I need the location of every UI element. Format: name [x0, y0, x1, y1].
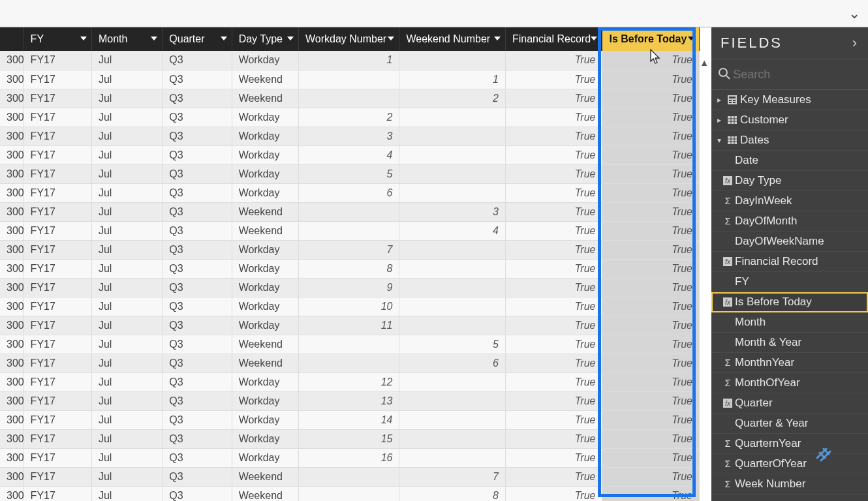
filter-icon[interactable]: [285, 34, 296, 44]
cell-fin[interactable]: True: [505, 202, 602, 221]
table-row[interactable]: 300FY17JulQ3Workday12TrueTrue: [0, 372, 700, 391]
cell-fin[interactable]: True: [505, 297, 602, 316]
cell-fin[interactable]: True: [505, 164, 602, 183]
cell-fy[interactable]: FY17: [23, 164, 91, 183]
column-header-quarter[interactable]: Quarter: [163, 27, 232, 51]
cell-fin[interactable]: True: [505, 145, 602, 164]
cell-before[interactable]: True: [602, 354, 700, 372]
filter-icon[interactable]: [686, 34, 696, 44]
cell-fy[interactable]: FY17: [23, 259, 91, 278]
table-row[interactable]: 300FY17JulQ3Weekend2TrueTrue: [0, 89, 700, 108]
cell-fy[interactable]: FY17: [23, 391, 91, 410]
cell-quarter[interactable]: Q3: [163, 278, 232, 297]
cell-before[interactable]: True: [602, 183, 700, 202]
cell-trunc[interactable]: 300: [0, 240, 23, 259]
field-quarter[interactable]: fxQuarter: [711, 393, 868, 414]
cell-trunc[interactable]: 300: [0, 108, 23, 127]
cell-daytype[interactable]: Workday: [232, 127, 298, 145]
cell-trunc[interactable]: 300: [0, 467, 23, 486]
cell-workday[interactable]: 16: [298, 448, 399, 467]
table-row[interactable]: 300FY17JulQ3Weekend4TrueTrue: [0, 221, 700, 240]
cell-month[interactable]: Jul: [91, 486, 162, 501]
cell-before[interactable]: True: [602, 164, 700, 183]
table-node-dates[interactable]: ▾Dates: [711, 130, 868, 151]
cell-daytype[interactable]: Weekend: [232, 70, 298, 89]
cell-trunc[interactable]: 300: [0, 391, 23, 410]
cell-workday[interactable]: 3: [298, 127, 399, 145]
cell-weekend[interactable]: [399, 164, 506, 183]
cell-month[interactable]: Jul: [91, 278, 162, 297]
cell-quarter[interactable]: Q3: [163, 89, 232, 108]
expand-icon[interactable]: ▾: [714, 136, 724, 145]
field-date[interactable]: Date: [711, 151, 868, 171]
cell-fy[interactable]: FY17: [23, 297, 91, 316]
cell-month[interactable]: Jul: [91, 316, 162, 335]
column-header-daytype[interactable]: Day Type: [232, 27, 298, 51]
cell-fin[interactable]: True: [505, 240, 602, 259]
cell-quarter[interactable]: Q3: [163, 372, 232, 391]
cell-trunc[interactable]: 300: [0, 183, 23, 202]
cell-trunc[interactable]: 300: [0, 164, 23, 183]
cell-quarter[interactable]: Q3: [163, 164, 232, 183]
cell-daytype[interactable]: Weekend: [232, 221, 298, 240]
cell-daytype[interactable]: Weekend: [232, 486, 298, 501]
cell-weekend[interactable]: [399, 259, 506, 278]
table-row[interactable]: 300FY17JulQ3Workday4TrueTrue: [0, 145, 700, 164]
cell-before[interactable]: True: [602, 240, 700, 259]
cell-fin[interactable]: True: [505, 467, 602, 486]
cell-quarter[interactable]: Q3: [163, 354, 232, 372]
cell-trunc[interactable]: 300: [0, 335, 23, 354]
cell-fy[interactable]: FY17: [23, 467, 91, 486]
expand-icon[interactable]: ▸: [714, 115, 724, 125]
cell-fy[interactable]: FY17: [23, 278, 91, 297]
cell-quarter[interactable]: Q3: [163, 467, 232, 486]
cell-quarter[interactable]: Q3: [163, 240, 232, 259]
filter-icon[interactable]: [492, 34, 503, 44]
cell-workday[interactable]: [298, 70, 399, 89]
column-header-fin[interactable]: Financial Record: [505, 27, 602, 51]
cell-fin[interactable]: True: [505, 410, 602, 429]
cell-quarter[interactable]: Q3: [163, 202, 232, 221]
cell-quarter[interactable]: Q3: [163, 448, 232, 467]
cell-weekend[interactable]: [399, 183, 506, 202]
cell-weekend[interactable]: [399, 410, 506, 429]
cell-daytype[interactable]: Workday: [232, 183, 298, 202]
cell-month[interactable]: Jul: [91, 221, 162, 240]
cell-daytype[interactable]: Weekend: [232, 467, 298, 486]
cell-before[interactable]: True: [602, 372, 700, 391]
scroll-up-icon[interactable]: ▲: [700, 57, 709, 68]
cell-trunc[interactable]: 300: [0, 51, 23, 70]
cell-fy[interactable]: FY17: [23, 221, 91, 240]
cell-quarter[interactable]: Q3: [163, 127, 232, 145]
cell-daytype[interactable]: Workday: [232, 240, 298, 259]
cell-fin[interactable]: True: [505, 127, 602, 145]
table-node-key-measures[interactable]: ▸Key Measures: [711, 90, 868, 110]
search-input[interactable]: [733, 68, 861, 82]
filter-icon[interactable]: [589, 34, 599, 44]
cell-before[interactable]: True: [602, 51, 700, 70]
cell-before[interactable]: True: [602, 202, 700, 221]
cell-quarter[interactable]: Q3: [163, 259, 232, 278]
field-week-number[interactable]: ΣWeek Number: [711, 474, 868, 494]
cell-trunc[interactable]: 300: [0, 316, 23, 335]
cell-trunc[interactable]: 300: [0, 127, 23, 145]
table-row[interactable]: 300FY17JulQ3Workday15TrueTrue: [0, 429, 700, 448]
cell-month[interactable]: Jul: [91, 259, 162, 278]
cell-fin[interactable]: True: [505, 372, 602, 391]
cell-fin[interactable]: True: [505, 391, 602, 410]
cell-daytype[interactable]: Workday: [232, 391, 298, 410]
table-row[interactable]: 300FY17JulQ3Workday5TrueTrue: [0, 164, 700, 183]
cell-workday[interactable]: [298, 486, 399, 501]
cell-before[interactable]: True: [602, 316, 700, 335]
cell-workday[interactable]: [298, 89, 399, 108]
cell-before[interactable]: True: [602, 127, 700, 145]
cell-month[interactable]: Jul: [91, 202, 162, 221]
table-row[interactable]: 300FY17JulQ3Workday9TrueTrue: [0, 278, 700, 297]
table-row[interactable]: 300FY17JulQ3Workday13TrueTrue: [0, 391, 700, 410]
cell-month[interactable]: Jul: [91, 372, 162, 391]
cell-fy[interactable]: FY17: [23, 429, 91, 448]
cell-quarter[interactable]: Q3: [163, 145, 232, 164]
cell-weekend[interactable]: [399, 108, 506, 127]
cell-fin[interactable]: True: [505, 278, 602, 297]
table-row[interactable]: 300FY17JulQ3Weekend3TrueTrue: [0, 202, 700, 221]
